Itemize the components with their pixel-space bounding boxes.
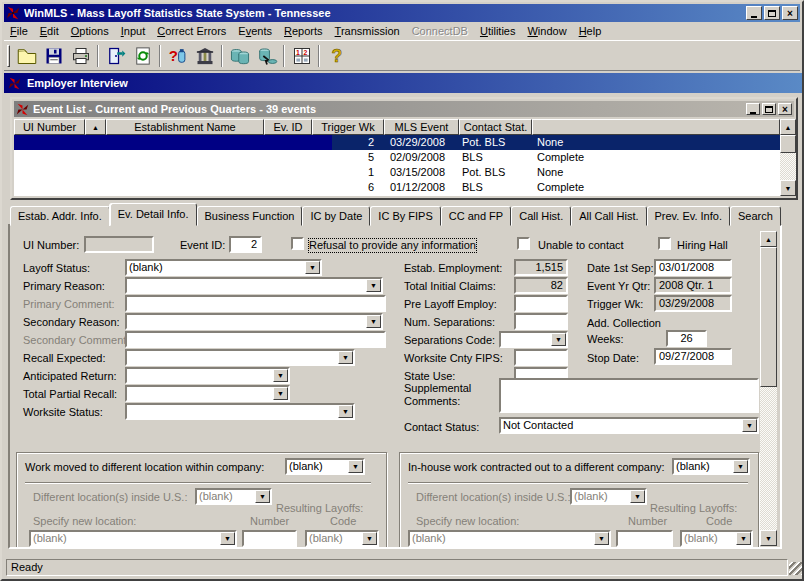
chevron-down-icon[interactable]: ▼ bbox=[366, 315, 381, 328]
exit-button[interactable] bbox=[102, 43, 129, 69]
menu-edit[interactable]: Edit bbox=[34, 23, 65, 39]
chevron-down-icon[interactable]: ▼ bbox=[742, 419, 757, 432]
menu-reports[interactable]: Reports bbox=[278, 23, 329, 39]
grid-12-button[interactable]: 1 2 bbox=[288, 43, 315, 69]
hiring-hall-label[interactable]: Hiring Hall bbox=[677, 239, 728, 252]
table-row[interactable]: 1 03/15/2008 Pot. BLS None bbox=[14, 165, 780, 180]
tab-business-function[interactable]: Business Function bbox=[197, 206, 303, 226]
event-id-field[interactable]: 2 bbox=[229, 236, 262, 253]
help-button[interactable]: ? bbox=[323, 43, 350, 69]
secondary-comment-field[interactable] bbox=[125, 331, 386, 348]
table-row-selected[interactable]: 2 03/29/2008 Pot. BLS None bbox=[14, 135, 780, 150]
scrollbar-thumb[interactable] bbox=[760, 247, 777, 387]
toolbar-grip[interactable] bbox=[7, 45, 10, 67]
secondary-reason-dropdown[interactable]: ▼ bbox=[125, 313, 383, 330]
close-button[interactable]: × bbox=[782, 6, 798, 20]
different-location-dropdown[interactable]: (blank)▼ bbox=[570, 488, 647, 505]
open-folder-button[interactable] bbox=[13, 43, 40, 69]
tab-search[interactable]: Search bbox=[730, 206, 781, 226]
event-list-close-button[interactable]: × bbox=[778, 103, 792, 115]
maximize-button[interactable] bbox=[764, 6, 780, 20]
work-moved-dropdown[interactable]: (blank)▼ bbox=[285, 458, 365, 475]
save-button[interactable] bbox=[40, 43, 67, 69]
tab-estab-addr-info[interactable]: Estab. Addr. Info. bbox=[10, 206, 110, 226]
unable-to-contact-checkbox[interactable] bbox=[517, 237, 530, 250]
primary-comment-field[interactable] bbox=[125, 295, 386, 312]
chevron-down-icon[interactable]: ▼ bbox=[305, 261, 320, 274]
anticipated-return-dropdown[interactable]: ▼ bbox=[125, 367, 290, 384]
chevron-down-icon[interactable]: ▼ bbox=[255, 490, 270, 503]
total-partial-recall-dropdown[interactable]: ▼ bbox=[125, 385, 290, 402]
chevron-down-icon[interactable]: ▼ bbox=[348, 460, 363, 473]
chevron-down-icon[interactable]: ▼ bbox=[594, 532, 609, 545]
menu-help[interactable]: Help bbox=[573, 23, 608, 39]
primary-reason-dropdown[interactable]: ▼ bbox=[125, 277, 383, 294]
resize-grip[interactable] bbox=[789, 562, 802, 575]
scroll-down-icon[interactable]: ▼ bbox=[760, 530, 777, 546]
unable-to-contact-label[interactable]: Unable to contact bbox=[538, 239, 624, 252]
building-button[interactable] bbox=[191, 43, 218, 69]
print-button[interactable] bbox=[67, 43, 94, 69]
worksite-cnty-fips-field[interactable] bbox=[514, 349, 568, 366]
recall-expected-dropdown[interactable]: ▼ bbox=[125, 349, 355, 366]
menu-utilities[interactable]: Utilities bbox=[474, 23, 522, 39]
tab-call-hist[interactable]: Call Hist. bbox=[511, 206, 571, 226]
minimize-button[interactable] bbox=[746, 6, 762, 20]
refusal-checkbox-label[interactable]: Refusal to provide any information bbox=[309, 239, 476, 252]
contact-status-dropdown[interactable]: Not Contacted▼ bbox=[499, 417, 759, 434]
event-list-scrollbar[interactable]: ▲ ▼ bbox=[780, 119, 796, 196]
column-header-contact-stat[interactable]: Contact Stat. bbox=[459, 119, 532, 135]
different-location-dropdown[interactable]: (blank)▼ bbox=[195, 488, 272, 505]
chevron-down-icon[interactable]: ▼ bbox=[630, 490, 645, 503]
event-list-minimize-button[interactable] bbox=[746, 103, 760, 115]
column-header-establishment[interactable]: Establishment Name bbox=[106, 119, 264, 135]
column-header-ui-number[interactable]: UI Number bbox=[14, 119, 85, 135]
resulting-code-dropdown[interactable]: (blank)▼ bbox=[680, 530, 753, 547]
weeks-field[interactable]: 26 bbox=[666, 330, 707, 347]
event-list-maximize-button[interactable] bbox=[762, 103, 776, 115]
supplemental-comments-field[interactable] bbox=[499, 378, 759, 413]
database-copy-button[interactable] bbox=[253, 43, 280, 69]
chevron-down-icon[interactable]: ▼ bbox=[338, 351, 353, 364]
date-1st-sep-field[interactable]: 03/01/2008 bbox=[654, 259, 732, 276]
tab-all-call-hist[interactable]: All Call Hist. bbox=[571, 206, 646, 226]
layoff-status-dropdown[interactable]: (blank)▼ bbox=[125, 259, 322, 276]
table-row[interactable]: 6 01/12/2008 BLS Complete bbox=[14, 180, 780, 195]
chevron-down-icon[interactable]: ▼ bbox=[273, 369, 288, 382]
menu-correct-errors[interactable]: Correct Errors bbox=[151, 23, 232, 39]
chevron-down-icon[interactable]: ▼ bbox=[338, 405, 353, 418]
menu-window[interactable]: Window bbox=[521, 23, 572, 39]
chevron-down-icon[interactable]: ▼ bbox=[736, 532, 751, 545]
panel-scrollbar[interactable]: ▲ ▼ bbox=[760, 231, 777, 546]
scroll-up-icon[interactable]: ▲ bbox=[760, 231, 777, 247]
chevron-down-icon[interactable]: ▼ bbox=[220, 532, 235, 545]
menu-input[interactable]: Input bbox=[115, 23, 152, 39]
resulting-number-field[interactable] bbox=[616, 530, 673, 547]
hiring-hall-checkbox[interactable] bbox=[658, 237, 671, 250]
menu-options[interactable]: Options bbox=[65, 23, 115, 39]
menu-file[interactable]: File bbox=[4, 23, 34, 39]
sort-ascending-icon[interactable]: ▲ bbox=[85, 119, 106, 135]
scroll-down-icon[interactable]: ▼ bbox=[780, 180, 796, 196]
chevron-down-icon[interactable]: ▼ bbox=[733, 460, 748, 473]
refusal-checkbox[interactable] bbox=[291, 237, 304, 250]
chevron-down-icon[interactable]: ▼ bbox=[366, 279, 381, 292]
num-separations-field[interactable] bbox=[514, 313, 568, 330]
database-pair-button[interactable] bbox=[226, 43, 253, 69]
resulting-number-field[interactable] bbox=[242, 530, 297, 547]
tab-ev-detail-info[interactable]: Ev. Detail Info. bbox=[110, 203, 197, 226]
tab-ic-by-fips[interactable]: IC By FIPS bbox=[370, 206, 440, 226]
worksite-status-dropdown[interactable]: ▼ bbox=[125, 403, 355, 420]
tab-cc-and-fp[interactable]: CC and FP bbox=[441, 206, 511, 226]
resulting-code-dropdown[interactable]: (blank)▼ bbox=[305, 530, 379, 547]
chevron-down-icon[interactable]: ▼ bbox=[551, 333, 566, 346]
tab-ic-by-date[interactable]: IC by Date bbox=[302, 206, 370, 226]
column-header-ev-id[interactable]: Ev. ID bbox=[264, 119, 312, 135]
tab-prev-ev-info[interactable]: Prev. Ev. Info. bbox=[647, 206, 730, 226]
new-location-dropdown[interactable]: (blank)▼ bbox=[29, 530, 237, 547]
column-header-trigger-wk[interactable]: Trigger Wk bbox=[312, 119, 384, 135]
chevron-down-icon[interactable]: ▼ bbox=[273, 387, 288, 400]
separations-code-dropdown[interactable]: ▼ bbox=[499, 331, 568, 348]
pre-layoff-employ-field[interactable] bbox=[514, 295, 568, 312]
table-row[interactable]: 5 02/09/2008 BLS Complete bbox=[14, 150, 780, 165]
